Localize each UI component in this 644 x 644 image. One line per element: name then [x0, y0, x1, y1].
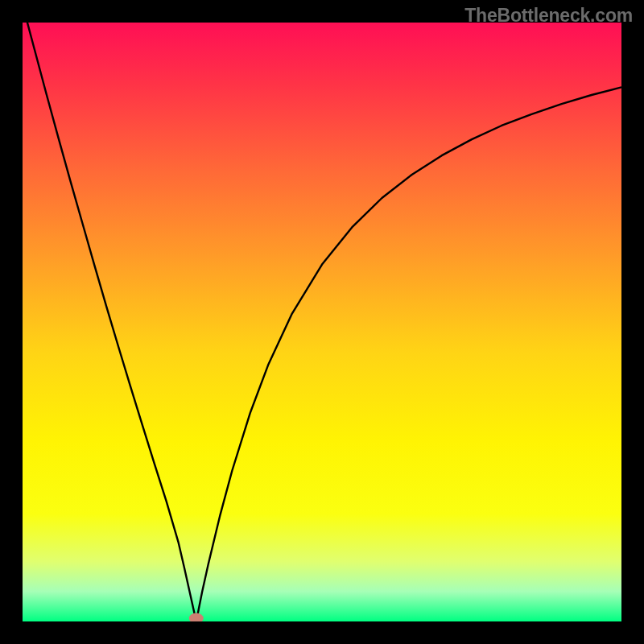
plot-area	[23, 23, 621, 621]
watermark-text: TheBottleneck.com	[464, 5, 633, 27]
chart-svg	[23, 23, 621, 621]
chart-frame: TheBottleneck.com	[0, 0, 644, 644]
gradient-background	[23, 23, 621, 621]
